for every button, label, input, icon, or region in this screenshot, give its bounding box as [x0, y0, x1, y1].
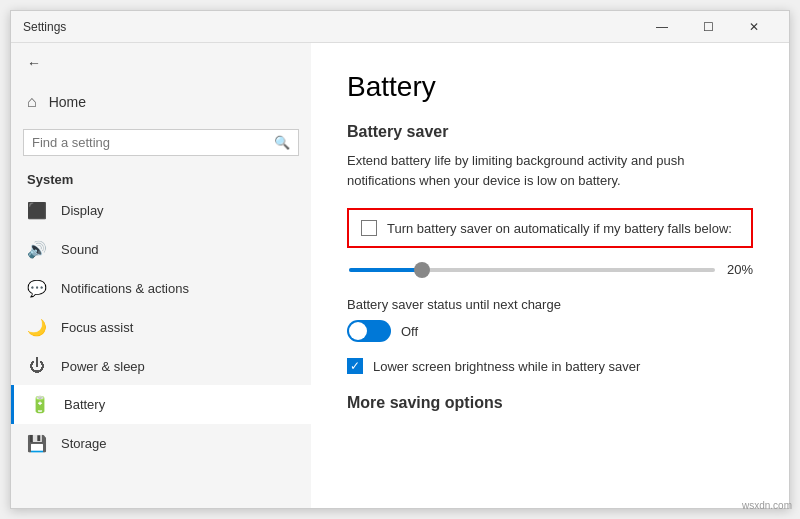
sidebar-item-home[interactable]: ⌂ Home [11, 83, 311, 121]
storage-icon: 💾 [27, 434, 47, 453]
notifications-label: Notifications & actions [61, 281, 189, 296]
sidebar-item-notifications[interactable]: 💬 Notifications & actions [11, 269, 311, 308]
sidebar-item-sound[interactable]: 🔊 Sound [11, 230, 311, 269]
battery-threshold-slider[interactable] [349, 268, 715, 272]
battery-icon: 🔋 [30, 395, 50, 414]
sound-label: Sound [61, 242, 99, 257]
window-controls: — ☐ ✕ [639, 11, 777, 43]
display-icon: ⬛ [27, 201, 47, 220]
search-icon: 🔍 [274, 135, 290, 150]
battery-saver-description: Extend battery life by limiting backgrou… [347, 151, 753, 190]
content-area: ← ⌂ Home 🔍 System ⬛ Display 🔊 Sound 💬 No [11, 43, 789, 508]
brightness-checkbox[interactable]: ✓ [347, 358, 363, 374]
auto-battery-saver-label: Turn battery saver on automatically if m… [387, 221, 732, 236]
back-arrow-icon: ← [27, 55, 41, 71]
battery-threshold-slider-row: 20% [347, 262, 753, 277]
home-label: Home [49, 94, 86, 110]
slider-fill [349, 268, 422, 272]
auto-battery-saver-row[interactable]: Turn battery saver on automatically if m… [347, 208, 753, 248]
focus-label: Focus assist [61, 320, 133, 335]
sidebar-item-focus[interactable]: 🌙 Focus assist [11, 308, 311, 347]
main-content: Battery Battery saver Extend battery lif… [311, 43, 789, 508]
battery-saver-title: Battery saver [347, 123, 753, 141]
battery-status-toggle-row: Off [347, 320, 753, 342]
brightness-label: Lower screen brightness while in battery… [373, 359, 640, 374]
page-title: Battery [347, 71, 753, 103]
settings-window: Settings — ☐ ✕ ← ⌂ Home 🔍 System ⬛ Displ… [10, 10, 790, 509]
toggle-knob [349, 322, 367, 340]
slider-value: 20% [727, 262, 753, 277]
window-title: Settings [23, 20, 639, 34]
power-label: Power & sleep [61, 359, 145, 374]
sidebar-item-storage[interactable]: 💾 Storage [11, 424, 311, 463]
display-label: Display [61, 203, 104, 218]
battery-label: Battery [64, 397, 105, 412]
watermark: wsxdn.com [742, 500, 792, 511]
auto-battery-saver-checkbox[interactable] [361, 220, 377, 236]
close-button[interactable]: ✕ [731, 11, 777, 43]
battery-status-toggle[interactable] [347, 320, 391, 342]
sidebar-item-display[interactable]: ⬛ Display [11, 191, 311, 230]
sidebar-item-battery[interactable]: 🔋 Battery [11, 385, 311, 424]
power-icon: ⏻ [27, 357, 47, 375]
storage-label: Storage [61, 436, 107, 451]
brightness-checkbox-row[interactable]: ✓ Lower screen brightness while in batte… [347, 358, 753, 374]
titlebar: Settings — ☐ ✕ [11, 11, 789, 43]
back-button[interactable]: ← [11, 43, 311, 83]
sidebar-item-power[interactable]: ⏻ Power & sleep [11, 347, 311, 385]
home-icon: ⌂ [27, 93, 37, 111]
slider-thumb[interactable] [414, 262, 430, 278]
minimize-button[interactable]: — [639, 11, 685, 43]
toggle-off-label: Off [401, 324, 418, 339]
sound-icon: 🔊 [27, 240, 47, 259]
focus-icon: 🌙 [27, 318, 47, 337]
battery-status-row: Battery saver status until next charge O… [347, 297, 753, 342]
maximize-button[interactable]: ☐ [685, 11, 731, 43]
search-input[interactable] [32, 135, 268, 150]
battery-status-title: Battery saver status until next charge [347, 297, 753, 312]
more-saving-title: More saving options [347, 394, 753, 412]
sidebar-section-label: System [11, 164, 311, 191]
search-box[interactable]: 🔍 [23, 129, 299, 156]
sidebar: ← ⌂ Home 🔍 System ⬛ Display 🔊 Sound 💬 No [11, 43, 311, 508]
notifications-icon: 💬 [27, 279, 47, 298]
